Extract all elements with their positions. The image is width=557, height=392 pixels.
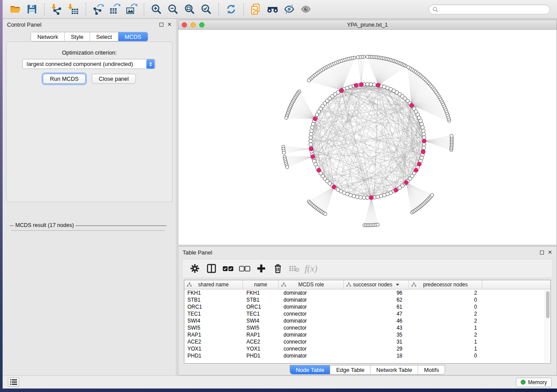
table-scrollbar[interactable] (545, 290, 550, 363)
select-all-rows-icon[interactable] (220, 261, 236, 276)
search-icon (432, 7, 438, 12)
mcds-result-group: MCDS result (17 nodes) PHD1CAR1STP4TID3Y… (10, 225, 166, 226)
hide-selected-icon[interactable] (282, 2, 297, 17)
search-input[interactable] (440, 6, 546, 12)
show-column-selector-icon[interactable] (203, 261, 220, 276)
table-row[interactable]: SWI4SWI4dominator462 (184, 317, 550, 324)
table-cell: SWI4 (184, 318, 243, 324)
memory-label: Memory (528, 379, 547, 385)
column-header-predecessor-nodes[interactable]: predecessor nodes (409, 280, 482, 289)
table-cell: connector (279, 339, 344, 345)
table-row[interactable]: SWI5SWI5connector431 (184, 324, 550, 331)
memory-button[interactable]: Memory (516, 378, 552, 387)
table-row[interactable]: ACE2ACE2connector311 (184, 338, 550, 345)
tab-select[interactable]: Select (90, 32, 118, 41)
tab-edge-table[interactable]: Edge Table (330, 365, 370, 374)
table-cell: 46 (344, 318, 409, 324)
table-cell: ORC1 (243, 304, 279, 310)
tab-mcds[interactable]: MCDS (118, 32, 147, 41)
global-search-field[interactable] (429, 4, 550, 14)
toolbar-separator (144, 3, 144, 15)
criterion-selected-value: largest connected component (undirected) (27, 61, 133, 67)
table-cell: 96 (344, 290, 409, 296)
float-panel-icon[interactable] (159, 23, 163, 27)
table-scrollbar-thumb[interactable] (546, 291, 550, 318)
table-cell: connector (279, 346, 344, 352)
optimization-criterion-select[interactable]: largest connected component (undirected) (22, 59, 156, 69)
table-cell: 1 (409, 339, 482, 345)
export-network-icon[interactable] (91, 2, 106, 17)
table-cell: 47 (344, 311, 409, 317)
network-canvas[interactable] (178, 30, 557, 245)
table-cell: 0 (409, 304, 482, 310)
table-cell: SWI4 (243, 318, 279, 324)
save-session-icon[interactable] (24, 2, 39, 17)
open-file-icon[interactable] (8, 2, 23, 17)
network-view-window: YPA_prune.txt_1 (178, 20, 557, 245)
right-workspace: YPA_prune.txt_1 Table Panel ✕ (177, 19, 557, 375)
mcds-tab-content: Optimization criterion: largest connecte… (6, 41, 173, 202)
tab-network[interactable]: Network (31, 32, 65, 41)
table-row[interactable]: ORC1ORC1dominator610 (184, 303, 550, 310)
node-table: shared name name MCDS role successor nod… (184, 280, 551, 364)
import-table-icon[interactable] (66, 2, 81, 17)
search-network-icon[interactable] (265, 2, 280, 17)
delete-table-icon-disabled (286, 261, 303, 276)
export-image-icon[interactable] (124, 2, 139, 17)
close-table-panel-icon[interactable]: ✕ (548, 250, 552, 255)
close-panel-button[interactable]: Close panel (92, 74, 136, 84)
column-header-successor-nodes[interactable]: successor nodes (344, 280, 409, 289)
column-header-shared-name[interactable]: shared name (184, 280, 243, 289)
table-row[interactable]: YOX1YOX1connector291 (184, 345, 550, 352)
zoom-selected-icon[interactable] (199, 2, 214, 17)
table-cell: 31 (344, 339, 409, 345)
table-cell: PHD1 (184, 353, 243, 359)
zoom-fit-icon[interactable] (182, 2, 197, 17)
table-row[interactable]: PHD1PHD1dominator180 (184, 352, 550, 359)
table-cell: YOX1 (184, 346, 243, 352)
table-cell: STB1 (184, 297, 243, 303)
zoom-out-icon[interactable] (166, 2, 180, 17)
mcds-result-list[interactable]: PHD1CAR1STP4TID3YOX1SWI4SRD1PMA2FKH1ACE2… (11, 230, 165, 231)
node-table-header: shared name name MCDS role successor nod… (184, 280, 550, 289)
memory-status-icon (521, 380, 526, 385)
table-cell: RAP1 (184, 332, 243, 338)
zoom-in-icon[interactable] (149, 2, 164, 17)
column-header-mcds-role[interactable]: MCDS role (279, 280, 344, 289)
delete-column-trash-icon[interactable] (270, 261, 286, 276)
table-cell: SWI5 (243, 325, 279, 331)
add-column-icon[interactable] (253, 261, 270, 276)
table-cell: 18 (344, 353, 409, 359)
table-cell: 0 (409, 353, 482, 359)
tab-motifs[interactable]: Motifs (418, 365, 445, 374)
table-cell: FKH1 (243, 290, 279, 296)
task-history-button[interactable] (8, 378, 19, 387)
float-table-panel-icon[interactable] (540, 251, 544, 254)
refresh-layout-icon[interactable] (224, 2, 239, 17)
table-toolbar: f(x) (182, 259, 553, 278)
table-cell: FKH1 (184, 290, 243, 296)
control-panel: Control Panel ✕ Network Style Select MCD… (3, 19, 176, 375)
attribute-icon (187, 282, 192, 287)
table-cell: SWI5 (184, 325, 243, 331)
tab-style[interactable]: Style (65, 32, 90, 41)
table-row[interactable]: FKH1FKH1dominator962 (184, 289, 550, 296)
node-table-body: FKH1FKH1dominator962STB1STB1dominator620… (184, 289, 550, 359)
column-header-filler (482, 280, 550, 289)
tab-node-table[interactable]: Node Table (290, 365, 331, 374)
close-panel-icon[interactable]: ✕ (167, 22, 172, 27)
show-all-icon[interactable] (298, 2, 313, 17)
tab-network-table[interactable]: Network Table (370, 365, 418, 374)
column-header-name[interactable]: name (243, 280, 279, 289)
import-network-icon[interactable] (49, 2, 64, 17)
export-table-icon[interactable] (107, 2, 122, 17)
table-row[interactable]: STB1STB1dominator620 (184, 296, 550, 303)
new-network-from-selection-icon[interactable] (249, 2, 263, 17)
table-options-gear-icon[interactable] (187, 261, 203, 276)
table-row[interactable]: TEC1TEC1connector472 (184, 310, 550, 317)
table-cell: connector (279, 325, 344, 331)
run-mcds-button[interactable]: Run MCDS (43, 74, 86, 84)
table-row[interactable]: RAP1RAP1dominator352 (184, 331, 550, 338)
table-cell: 0 (409, 297, 482, 303)
deselect-all-rows-icon[interactable] (236, 261, 253, 276)
